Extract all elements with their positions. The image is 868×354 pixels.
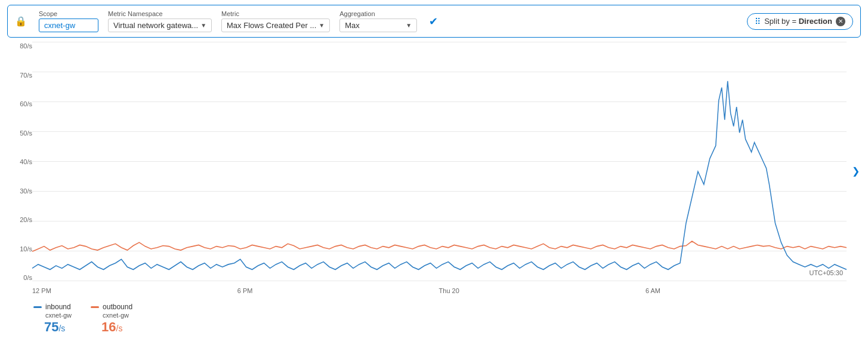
- chart-inner: [32, 42, 847, 281]
- legend-area: inbound cxnet-gw 75/s outbound cxnet-gw …: [0, 299, 868, 337]
- x-axis: 12 PM 6 PM Thu 20 6 AM: [32, 287, 847, 294]
- aggregation-dropdown[interactable]: Max ▼: [339, 19, 417, 32]
- legend-value-outbound: 16/s: [91, 319, 132, 335]
- y-label-30: 30/s: [10, 187, 32, 195]
- y-label-60: 60/s: [10, 100, 32, 107]
- aggregation-chevron: ▼: [406, 22, 412, 29]
- lock-icon: 🔒: [15, 16, 27, 27]
- chart-svg: [32, 42, 847, 281]
- metric-dropdown[interactable]: Max Flows Created Per ... ▼: [221, 19, 330, 32]
- aggregation-label: Aggregation: [339, 10, 417, 17]
- scope-label: Scope: [39, 10, 98, 17]
- inbound-line: [32, 81, 847, 270]
- metric-label: Metric: [221, 10, 330, 17]
- split-by-close-icon[interactable]: ✕: [836, 17, 845, 26]
- legend-unit-outbound: /s: [116, 324, 123, 333]
- legend-header-outbound: outbound: [91, 303, 132, 311]
- utc-label: UTC+05:30: [809, 269, 843, 276]
- x-label-6am: 6 AM: [645, 287, 660, 294]
- metric-field: Metric Max Flows Created Per ... ▼: [221, 10, 330, 32]
- split-by-direction: Direction: [799, 17, 832, 26]
- metric-namespace-value: Virtual network gatewa...: [113, 21, 198, 30]
- aggregation-value: Max: [345, 21, 360, 30]
- metric-namespace-chevron: ▼: [200, 22, 206, 29]
- legend-item-inbound: inbound cxnet-gw 75/s: [33, 303, 72, 335]
- split-by-text: Split by = Direction: [764, 17, 832, 26]
- x-label-12pm: 12 PM: [32, 287, 51, 294]
- y-label-80: 80/s: [10, 42, 32, 50]
- split-dots-icon: ⠿: [755, 17, 761, 26]
- metric-chevron: ▼: [319, 22, 325, 29]
- outbound-line: [32, 241, 847, 251]
- x-label-thu20: Thu 20: [439, 287, 459, 294]
- legend-sub-inbound: cxnet-gw: [33, 312, 72, 319]
- scope-value[interactable]: cxnet-gw: [39, 19, 98, 32]
- split-by-pill[interactable]: ⠿ Split by = Direction ✕: [747, 13, 853, 30]
- y-label-70: 70/s: [10, 72, 32, 79]
- y-label-20: 20/s: [10, 216, 32, 223]
- y-label-50: 50/s: [10, 130, 32, 137]
- chart-area: 0/s 10/s 20/s 30/s 40/s 50/s 60/s 70/s 8…: [7, 42, 861, 299]
- legend-value-inbound: 75/s: [33, 319, 72, 335]
- chevron-right-icon[interactable]: ❯: [852, 165, 860, 177]
- y-label-0: 0/s: [10, 274, 32, 281]
- legend-item-outbound: outbound cxnet-gw 16/s: [91, 303, 132, 335]
- check-icon: ✔: [429, 15, 438, 28]
- y-axis: 0/s 10/s 20/s 30/s 40/s 50/s 60/s 70/s 8…: [7, 42, 32, 281]
- legend-sub-outbound: cxnet-gw: [91, 312, 132, 319]
- aggregation-field: Aggregation Max ▼: [339, 10, 417, 32]
- legend-header-inbound: inbound: [33, 303, 72, 311]
- legend-label-outbound: outbound: [103, 303, 132, 311]
- y-label-40: 40/s: [10, 158, 32, 165]
- scope-field: Scope cxnet-gw: [39, 10, 98, 32]
- metric-namespace-field: Metric Namespace Virtual network gatewa.…: [108, 10, 212, 32]
- legend-swatch-outbound: [91, 306, 99, 308]
- x-label-6pm: 6 PM: [237, 287, 253, 294]
- legend-label-inbound: inbound: [45, 303, 71, 311]
- toolbar: 🔒 Scope cxnet-gw Metric Namespace Virtua…: [7, 5, 861, 38]
- metric-value: Max Flows Created Per ...: [227, 21, 316, 30]
- metric-namespace-dropdown[interactable]: Virtual network gatewa... ▼: [108, 19, 212, 32]
- legend-swatch-inbound: [33, 306, 42, 308]
- y-label-10: 10/s: [10, 245, 32, 253]
- metric-namespace-label: Metric Namespace: [108, 10, 212, 17]
- legend-unit-inbound: /s: [58, 324, 65, 333]
- chart-container: 0/s 10/s 20/s 30/s 40/s 50/s 60/s 70/s 8…: [7, 42, 861, 299]
